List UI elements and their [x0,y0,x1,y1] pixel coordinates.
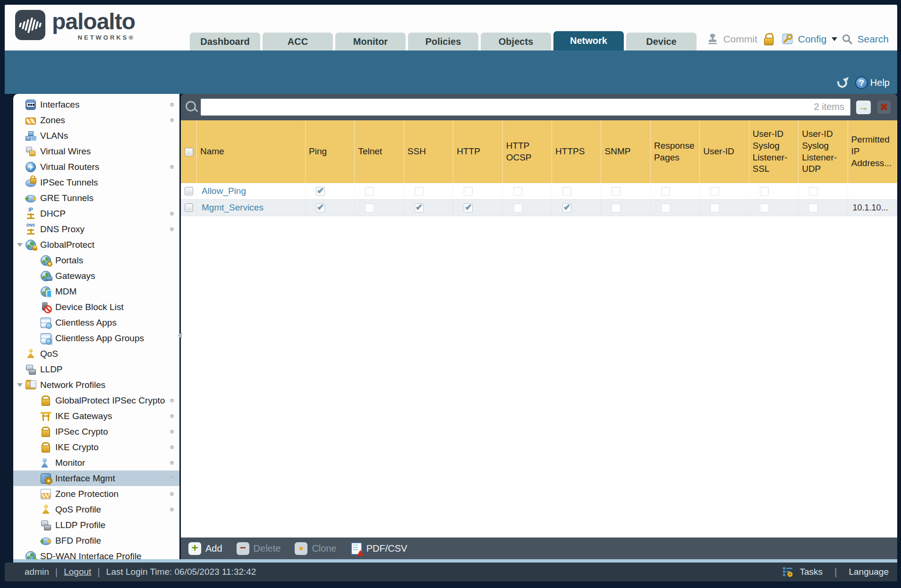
config-button[interactable]: Config [798,34,827,45]
clear-filter-button[interactable] [877,101,891,114]
sidebar-item-virtual-wires[interactable]: Virtual Wires [13,143,179,159]
filter-input-wrap: 2 items [201,99,850,116]
filter-search-icon [186,101,196,111]
sidebar-item-label: QoS Profile [55,504,101,515]
gateways-icon [41,271,51,281]
item-count: 2 items [814,101,844,112]
pdf-csv-button[interactable]: PDF/CSV [351,542,408,555]
language-button[interactable]: Language [849,567,889,577]
apply-filter-button[interactable] [856,101,871,114]
tab-dashboard[interactable]: Dashboard [190,33,260,50]
row-select-checkbox[interactable] [185,203,193,212]
sidebar-item-network-profiles[interactable]: Network Profiles [13,377,179,393]
snmp-checkbox [612,203,620,212]
sidebar-item-dhcp[interactable]: DHCP [13,206,179,221]
col-user-id[interactable]: User-ID [700,120,749,183]
paloalto-wordmark: paloalto NETWORKS® [52,10,135,41]
sidebar-item-lldp-profile[interactable]: LLDP Profile [13,517,179,533]
gre-tunnels-icon [26,195,36,202]
cell-telnet [355,200,404,216]
table-empty-area [181,216,897,538]
sidebar-item-label: Virtual Routers [40,162,99,172]
main-panel: 2 items Name Ping Telnet SSH HTTP HTTP O… [181,94,897,559]
sidebar-item-zone-protection[interactable]: Zone Protection [13,486,179,502]
tasks-button[interactable]: Tasks [799,567,823,577]
col-permitted-ip[interactable]: Permitted IP Address... [848,120,897,183]
sidebar-item-label: MDM [55,286,76,297]
virtual-wires-icon [26,146,36,157]
sidebar-item-ipsec-tunnels[interactable]: IPSec Tunnels [13,175,179,190]
sidebar-item-bfd-profile[interactable]: BFD Profile [13,533,179,548]
tab-objects[interactable]: Objects [481,33,551,50]
logout-link[interactable]: Logout [64,567,91,577]
sidebar-item-globalprotect[interactable]: GlobalProtect [13,237,179,252]
sidebar-item-mdm[interactable]: MDM [13,284,179,299]
dns-proxy-icon [26,224,36,235]
commit-button[interactable]: Commit [723,34,757,45]
col-http-ocsp[interactable]: HTTP OCSP [503,120,552,183]
gp-ipsec-crypto-icon [41,395,51,406]
col-ping[interactable]: Ping [306,120,355,183]
footer-divider: | [55,566,58,578]
interface-mgmt-icon [41,473,51,484]
sidebar-item-interfaces[interactable]: Interfaces [13,97,179,112]
sidebar-item-gre-tunnels[interactable]: GRE Tunnels [13,190,179,206]
expand-triangle-icon[interactable] [17,243,23,247]
sidebar-item-dns-proxy[interactable]: DNS Proxy [13,221,179,237]
expand-triangle-icon[interactable] [17,383,23,387]
tab-device[interactable]: Device [626,33,697,50]
sidebar-item-ike-gateways[interactable]: IKE Gateways [13,408,179,424]
sidebar-collapse-handle[interactable] [178,332,182,339]
col-http[interactable]: HTTP [453,120,502,183]
tab-monitor[interactable]: Monitor [335,33,406,50]
refresh-icon[interactable] [836,76,849,89]
cell-snmp [601,183,650,199]
tab-policies[interactable]: Policies [408,33,478,50]
uid-syslog-ssl-checkbox [760,187,769,196]
chevron-down-icon[interactable] [832,37,837,41]
sidebar-item-lldp[interactable]: LLDP [13,361,179,377]
help-button[interactable]: ? Help [855,76,890,89]
item-dot [170,399,174,403]
tab-network[interactable]: Network [553,31,624,50]
profile-name-link[interactable]: Mgmt_Services [202,202,264,213]
sidebar-item-sdwan-interface-profile[interactable]: SD-WAN Interface Profile [13,548,179,559]
sidebar-item-gp-ipsec-crypto[interactable]: GlobalProtect IPSec Crypto [13,393,179,408]
col-ssh[interactable]: SSH [404,120,453,183]
dhcp-icon [26,209,36,219]
col-response-pages[interactable]: Response Pages [651,120,700,183]
search-button[interactable]: Search [857,34,889,45]
sidebar-item-device-block-list[interactable]: Device Block List [13,299,179,315]
sidebar-item-ipsec-crypto[interactable]: IPSec Crypto [13,424,179,439]
table-row: Allow_Ping [181,183,897,200]
cell-uid-syslog-udp [799,183,848,199]
tab-acc[interactable]: ACC [263,33,333,50]
filter-input[interactable] [201,99,850,116]
sidebar-item-clientless-app-groups[interactable]: Clientless App Groups [13,330,179,346]
sidebar-item-ike-crypto[interactable]: IKE Crypto [13,439,179,455]
sidebar-item-qos-profile[interactable]: QoS Profile [13,502,179,517]
sidebar-item-label: BFD Profile [55,536,101,546]
sidebar-item-virtual-routers[interactable]: Virtual Routers [13,159,179,175]
lock-icon[interactable] [764,33,775,45]
col-telnet[interactable]: Telnet [355,120,404,183]
sidebar-item-monitor-profile[interactable]: Monitor [13,455,179,470]
add-button[interactable]: Add [188,542,222,555]
row-select-checkbox[interactable] [185,187,193,195]
sidebar-item-zones[interactable]: Zones [13,112,179,128]
select-all-checkbox[interactable] [185,148,193,156]
http-checkbox [464,187,473,196]
sidebar-item-interface-mgmt[interactable]: Interface Mgmt [13,470,179,486]
sidebar-item-qos[interactable]: QoS [13,346,179,361]
sidebar-item-vlans[interactable]: VLANs [13,128,179,143]
col-name[interactable]: Name [197,120,306,183]
col-uid-syslog-ssl[interactable]: User-ID Syslog Listener-SSL [749,120,799,183]
col-uid-syslog-udp[interactable]: User-ID Syslog Listener-UDP [799,120,848,183]
sidebar-item-clientless-apps[interactable]: Clientless Apps [13,315,179,330]
col-snmp[interactable]: SNMP [601,120,650,183]
sidebar-item-gateways[interactable]: Gateways [13,268,179,284]
col-https[interactable]: HTTPS [552,120,601,183]
sidebar-item-label: Clientless App Groups [55,333,144,344]
profile-name-link[interactable]: Allow_Ping [202,186,246,196]
sidebar-item-portals[interactable]: Portals [13,252,179,268]
